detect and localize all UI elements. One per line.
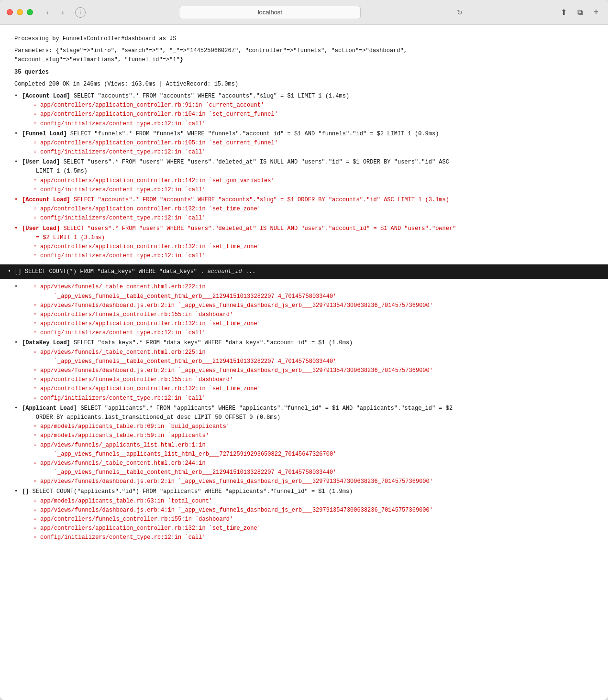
reload-icon: ↻ [457,9,463,16]
share-button[interactable]: ⬆ [558,7,570,18]
add-tab-button[interactable]: + [591,7,601,18]
query-text: [Account Load] SELECT "accounts".* FROM … [22,93,349,99]
list-item: config/initializers/content_type.rb:12:i… [33,394,594,403]
stacktrace: app/models/applicants_table.rb:69:in `bu… [33,422,594,486]
list-item: app/controllers/application_controller.r… [33,110,594,119]
parameters-line2: "account_slug"=>"evilmartians", "funnel_… [14,55,594,65]
torn-overlay: • [] SELECT COUNT(*) FROM "data_keys" WH… [0,264,608,279]
toolbar-right: ⬆ ⧉ + [558,7,601,18]
reload-button[interactable]: ↻ [454,7,465,18]
list-item: app/models/applicants_table.rb:63:in `to… [33,497,594,506]
back-button[interactable]: ‹ [41,7,54,18]
stacktrace: app/models/applicants_table.rb:63:in `to… [33,497,594,543]
nav-buttons: ‹ › [41,7,69,18]
query-text-red: [Account Load] SELECT "accounts".* FROM … [22,197,449,203]
titlebar: ‹ › i localhost ↻ ⬆ ⧉ + [0,0,608,25]
list-item: app/views/funnels/_table_content.html.er… [33,283,594,301]
list-item: app/controllers/application_controller.r… [33,524,594,533]
list-item: app/controllers/application_controller.r… [33,139,594,148]
minimize-button[interactable] [17,9,23,15]
stacktrace: app/controllers/application_controller.r… [33,205,594,223]
list-item: app/controllers/funnels_controller.rb:15… [33,310,594,319]
list-item-red: [User Load] SELECT "users".* FROM "users… [14,224,594,261]
list-item: app/controllers/funnels_controller.rb:15… [33,515,594,524]
list-item: app/views/funnels/_table_content.html.er… [33,348,594,366]
list-item: app/models/applicants_table.rb:69:in `bu… [33,422,594,431]
list-item: config/initializers/content_type.rb:12:i… [33,148,594,157]
add-tab-icon: + [594,7,599,17]
address-text: localhost [258,9,282,16]
list-item: app/controllers/application_controller.r… [33,319,594,328]
address-bar[interactable]: localhost [179,6,361,19]
list-item: [Applicant Load] SELECT "applicants".* F… [14,404,594,487]
list-item: app/views/funnels/_table_content.html.er… [33,459,594,477]
processing-line: Processing by FunnelsController#dashboar… [14,34,594,44]
list-item: app/controllers/application_controller.r… [33,384,594,394]
list-item: config/initializers/content_type.rb:12:i… [33,252,594,261]
query-list-continued: app/views/funnels/_table_content.html.er… [14,283,594,542]
list-item: app/controllers/application_controller.r… [33,176,594,186]
list-item: config/initializers/content_type.rb:12:i… [33,328,594,338]
list-item: [Account Load] SELECT "accounts".* FROM … [14,92,594,129]
list-item: [] SELECT COUNT("applicants"."id") FROM … [14,487,594,542]
list-item: app/controllers/application_controller.r… [33,242,594,252]
list-item: config/initializers/content_type.rb:12:i… [33,120,594,129]
forward-button[interactable]: › [56,7,69,18]
stacktrace: app/controllers/application_controller.r… [33,176,594,195]
list-item: app/controllers/application_controller.r… [33,101,594,110]
list-item: app/views/funnels/dashboard.js.erb:4:in … [33,506,594,515]
list-item: app/controllers/funnels_controller.rb:15… [33,375,594,384]
list-item: app/views/funnels/dashboard.js.erb:2:in … [33,301,594,310]
list-item: [User Load] SELECT "users".* FROM "users… [14,158,594,195]
traffic-lights [7,9,33,15]
duplicate-button[interactable]: ⧉ [575,7,586,18]
browser-window: ‹ › i localhost ↻ ⬆ ⧉ + Processing by Fu… [0,0,608,700]
stacktrace: app/views/funnels/_table_content.html.er… [33,283,594,338]
info-icon: i [80,10,81,15]
queries-count: 35 queries [14,68,594,77]
log-content: Processing by FunnelsController#dashboar… [0,25,608,700]
list-item: app/views/funnels/dashboard.js.erb:2:in … [33,366,594,375]
stacktrace: app/views/funnels/_table_content.html.er… [33,348,594,403]
share-icon: ⬆ [561,8,567,17]
list-item: [DataKey Load] SELECT "data_keys".* FROM… [14,339,594,403]
parameters-line1: Parameters: {"stage"=>"intro", "search"=… [14,46,594,55]
list-item: app/models/applicants_table.rb:59:in `ap… [33,431,594,440]
query-list: [Account Load] SELECT "accounts".* FROM … [14,92,594,261]
query-text: [User Load] SELECT "users".* FROM "users… [22,159,449,175]
list-item: app/controllers/application_controller.r… [33,205,594,214]
list-item: config/initializers/content_type.rb:12:i… [33,214,594,223]
list-item: config/initializers/content_type.rb:12:i… [33,186,594,195]
list-item: app/views/funnels/_table_content.html.er… [14,283,594,338]
query-text: [DataKey Load] SELECT "data_keys".* FROM… [22,339,353,346]
query-text: [Funnel Load] SELECT "funnels".* FROM "f… [22,131,439,137]
list-item: app/views/funnels/dashboard.js.erb:2:in … [33,477,594,486]
list-item: [Funnel Load] SELECT "funnels".* FROM "f… [14,130,594,157]
info-button[interactable]: i [75,7,86,18]
stacktrace: app/controllers/application_controller.r… [33,139,594,157]
maximize-button[interactable] [27,9,33,15]
list-item: config/initializers/content_type.rb:12:i… [33,533,594,542]
stacktrace: app/controllers/application_controller.r… [33,242,594,261]
stacktrace: app/controllers/application_controller.r… [33,101,594,129]
close-button[interactable] [7,9,13,15]
completed-line: Completed 200 OK in 246ms (Views: 163.0m… [14,80,594,89]
query-text-red: [User Load] SELECT "users".* FROM "users… [22,225,456,241]
query-text: [] SELECT COUNT("applicants"."id") FROM … [22,488,353,495]
duplicate-icon: ⧉ [577,8,583,17]
query-text: [Applicant Load] SELECT "applicants".* F… [22,405,453,421]
list-item-red: [Account Load] SELECT "accounts".* FROM … [14,196,594,223]
list-item: app/views/funnels/_applicants_list.html.… [33,441,594,459]
